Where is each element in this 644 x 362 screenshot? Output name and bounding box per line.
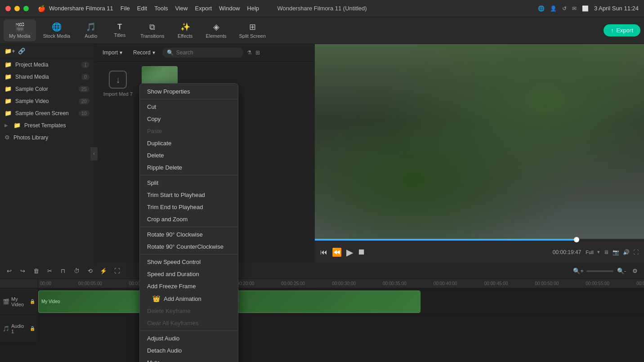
progress-container[interactable] [315, 239, 644, 241]
monitor-icon[interactable]: 🖥 [604, 249, 609, 255]
sidebar-item-preset-templates[interactable]: ▶ 📁 Preset Templates [0, 119, 94, 131]
import-media-button[interactable]: ↓ Import Med 7 [99, 66, 137, 101]
menu-help[interactable]: Help [247, 5, 259, 12]
context-rotate-cw[interactable]: Rotate 90° Clockwise [140, 228, 238, 241]
menu-export[interactable]: Export [195, 5, 212, 12]
context-trim-end[interactable]: Trim End to Playhead [140, 201, 238, 213]
zoom-selector[interactable]: Full [586, 250, 594, 255]
context-add-animation[interactable]: 👑 Add Animation [140, 292, 238, 305]
export-button[interactable]: ↑ Export [604, 24, 640, 36]
toolbar-my-media[interactable]: 🎬 My Media [4, 19, 36, 41]
context-mute[interactable]: Mute [140, 357, 238, 362]
sidebar-item-shared-media[interactable]: 📁 Shared Media 0 [0, 71, 94, 83]
clip-label: My Video [39, 299, 63, 304]
context-speed-and-duration[interactable]: Speed and Duration [140, 268, 238, 280]
toolbar-split-screen[interactable]: ⊞ Split Screen [233, 19, 271, 41]
record-dropdown[interactable]: Record ▾ [130, 48, 159, 58]
context-show-speed-control[interactable]: Show Speed Control [140, 256, 238, 268]
filter-icon[interactable]: ⚗ [247, 49, 252, 56]
cut-tool-button[interactable]: ✂ [44, 266, 55, 277]
select-tool-button[interactable]: ⛶ [112, 266, 122, 277]
speed-tool-button[interactable]: ⏱ [71, 266, 82, 277]
menu-edit[interactable]: Edit [137, 5, 147, 12]
context-delete[interactable]: Delete [140, 149, 238, 161]
screenshot-icon[interactable]: 📷 [613, 249, 619, 255]
split-label: Split [147, 179, 158, 186]
context-show-properties[interactable]: Show Properties [140, 85, 238, 98]
adjust-audio-label: Adjust Audio [147, 335, 179, 342]
toolbar-transitions[interactable]: ⧉ Transitions [135, 20, 170, 41]
context-ripple-delete[interactable]: Ripple Delete [140, 161, 238, 174]
lock-icon[interactable]: 🔒 [30, 299, 35, 304]
context-add-freeze-frame[interactable]: Add Freeze Frame [140, 280, 238, 292]
sidebar-item-photos-library[interactable]: ⚙ Photos Library [0, 131, 94, 143]
sidebar-collapse-button[interactable]: ‹ [90, 147, 98, 161]
context-crop-and-zoom[interactable]: Crop and Zoom [140, 213, 238, 225]
progress-handle[interactable] [574, 237, 579, 242]
timeline-zoom-slider[interactable] [586, 270, 613, 272]
fullscreen-icon[interactable]: ⛶ [633, 249, 639, 255]
context-rotate-ccw[interactable]: Rotate 90° CounterClockwise [140, 241, 238, 253]
stop-button[interactable]: ⏹ [358, 247, 366, 257]
progress-fill [315, 239, 578, 241]
volume-icon[interactable]: 🔊 [623, 249, 630, 255]
toolbar-stock-media[interactable]: 🌐 Stock Media [38, 19, 76, 41]
settings-button[interactable]: ⚙ [630, 266, 640, 277]
toolbar-effects[interactable]: ✨ Effects [172, 19, 199, 41]
speed-and-duration-label: Speed and Duration [147, 271, 199, 277]
toolbar-audio[interactable]: 🎵 Audio [77, 19, 104, 41]
zoom-dropdown-arrow[interactable]: ▾ [597, 249, 600, 255]
toolbar-elements[interactable]: ◈ Elements [201, 19, 232, 41]
sample-green-screen-label: Sample Green Screen [15, 110, 69, 116]
search-input[interactable] [176, 49, 239, 56]
add-folder-icon[interactable]: 📁+ [4, 48, 15, 54]
maximize-button[interactable] [23, 6, 29, 11]
context-detach-audio[interactable]: Detach Audio [140, 344, 238, 357]
undo-button[interactable]: ↩ [4, 266, 14, 277]
search-bar: 🔍 [162, 48, 243, 58]
folder-icon-5: 📁 [4, 110, 12, 116]
toolbar-titles[interactable]: T Titles [106, 20, 133, 40]
sidebar-item-sample-green-screen[interactable]: 📁 Sample Green Screen 10 [0, 107, 94, 119]
sidebar-item-sample-color[interactable]: 📁 Sample Color 25 [0, 83, 94, 95]
import-dropdown[interactable]: Import ▾ [99, 48, 126, 58]
menu-wondershare[interactable]: Wondershare Filmora 11 [49, 5, 113, 12]
context-copy[interactable]: Copy [140, 113, 238, 125]
delete-button[interactable]: 🗑 [31, 266, 41, 277]
link-icon[interactable]: 🔗 [18, 48, 25, 54]
menu-tools[interactable]: Tools [154, 5, 168, 12]
video-background [315, 44, 644, 239]
context-split[interactable]: Split [140, 177, 238, 189]
sidebar-item-sample-video[interactable]: 📁 Sample Video 20 [0, 95, 94, 107]
audio-lock-icon[interactable]: 🔒 [30, 326, 35, 331]
menu-view[interactable]: View [175, 5, 188, 12]
redo-button[interactable]: ↪ [17, 266, 28, 277]
context-menu: Show Properties Cut Copy Paste Duplicate… [139, 83, 238, 362]
zoom-out-button[interactable]: 🔍- [616, 266, 627, 277]
timeline-tracks: My Video [38, 288, 644, 342]
close-button[interactable] [5, 6, 11, 11]
context-duplicate[interactable]: Duplicate [140, 137, 238, 149]
main-toolbar: 🎬 My Media 🌐 Stock Media 🎵 Audio T Title… [0, 17, 644, 44]
audio-track-icon: 🎵 [3, 326, 9, 332]
crop-tool-button[interactable]: ⊓ [58, 266, 68, 277]
grid-view-icon[interactable]: ⊞ [255, 49, 260, 56]
sidebar-item-project-media[interactable]: 📁 Project Media 1 [0, 58, 94, 71]
context-adjust-audio[interactable]: Adjust Audio [140, 332, 238, 344]
transform-button[interactable]: ⟲ [85, 266, 95, 277]
minimize-button[interactable] [14, 6, 20, 11]
zoom-in-button[interactable]: 🔍+ [573, 266, 584, 277]
prev-frame-button[interactable]: ⏮ [320, 248, 327, 256]
play-back-button[interactable]: ⏪ [332, 247, 342, 257]
menu-file[interactable]: File [121, 5, 130, 12]
shared-media-count: 0 [81, 74, 89, 80]
play-button[interactable]: ▶ [346, 247, 353, 258]
ai-tool-button[interactable]: ⚡ [98, 266, 109, 277]
menu-bar: Wondershare Filmora 11 File Edit Tools V… [49, 5, 259, 12]
window-title: Wondershare Filmora 11 (Untitled) [277, 5, 367, 12]
context-cut[interactable]: Cut [140, 101, 238, 113]
menu-window[interactable]: Window [219, 5, 240, 12]
context-trim-start[interactable]: Trim Start to Playhead [140, 189, 238, 201]
sample-video-label: Sample Video [15, 98, 49, 104]
photos-icon: ⚙ [4, 134, 10, 141]
